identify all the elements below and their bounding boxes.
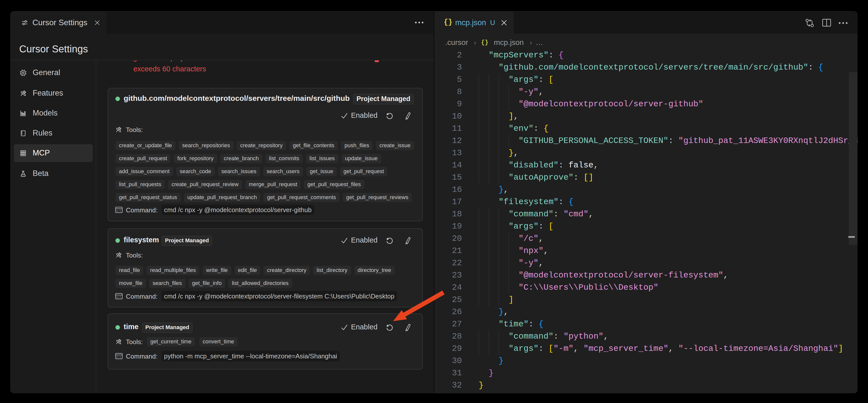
svg-text:c:\: c:\ — [116, 355, 121, 358]
svg-text:c:\: c:\ — [116, 209, 121, 212]
svg-text:c:\: c:\ — [116, 296, 121, 299]
